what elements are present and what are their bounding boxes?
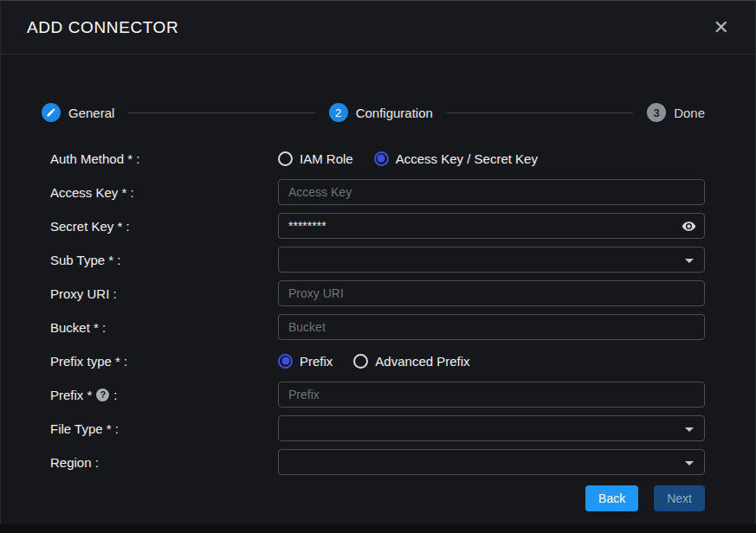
stepper-connector — [447, 112, 633, 113]
bucket-label: Bucket * : — [50, 320, 278, 335]
radio-access-key-secret-key[interactable]: Access Key / Secret Key — [374, 151, 538, 166]
auth-method-radio-group: IAM Role Access Key / Secret Key — [278, 151, 705, 166]
eye-icon[interactable] — [682, 219, 696, 234]
radio-icon — [278, 151, 293, 166]
radio-iam-role[interactable]: IAM Role — [278, 151, 353, 166]
radio-access-key-label: Access Key / Secret Key — [396, 151, 538, 166]
radio-icon — [353, 354, 368, 369]
step-done: 3 Done — [647, 103, 705, 122]
region-select[interactable] — [278, 449, 705, 475]
step-general[interactable]: General — [42, 103, 114, 122]
radio-advanced-prefix-label: Advanced Prefix — [375, 354, 469, 369]
bucket-row: Bucket * : — [50, 314, 705, 340]
access-key-row: Access Key * : — [50, 179, 705, 205]
access-key-label: Access Key * : — [50, 185, 278, 200]
connector-config-form: Auth Method * : IAM Role Access Key / Se… — [1, 145, 755, 475]
prefix-label: Prefix * ? : — [50, 388, 278, 402]
back-button[interactable]: Back — [585, 485, 638, 511]
step-number-badge: 3 — [647, 103, 666, 122]
chevron-down-icon — [685, 427, 694, 432]
prefix-type-radio-group: Prefix Advanced Prefix — [278, 354, 705, 369]
pencil-icon — [42, 103, 61, 122]
bucket-input[interactable] — [278, 314, 705, 340]
chevron-down-icon — [685, 461, 694, 466]
chevron-down-icon — [685, 259, 694, 263]
wizard-stepper: General 2 Configuration 3 Done — [42, 103, 705, 122]
step-number-badge: 2 — [329, 103, 348, 122]
modal-footer: Back Next — [1, 485, 755, 511]
auth-method-row: Auth Method * : IAM Role Access Key / Se… — [50, 145, 705, 171]
sub-type-label: Sub Type * : — [50, 253, 278, 267]
access-key-input[interactable] — [278, 179, 705, 205]
prefix-label-text: Prefix * — [50, 388, 92, 402]
prefix-type-label: Prefix type * : — [50, 354, 278, 369]
radio-icon — [374, 151, 389, 166]
radio-prefix-label: Prefix — [300, 354, 333, 369]
file-type-row: File Type * : — [50, 415, 705, 441]
region-row: Region : — [50, 449, 705, 475]
prefix-type-row: Prefix type * : Prefix Advanced Prefix — [50, 348, 705, 374]
file-type-select[interactable] — [278, 415, 705, 441]
file-type-label: File Type * : — [50, 421, 278, 436]
prefix-row: Prefix * ? : — [50, 382, 705, 408]
region-label: Region : — [50, 455, 278, 470]
secret-key-label: Secret Key * : — [50, 219, 278, 234]
proxy-uri-label: Proxy URI : — [50, 286, 278, 301]
prefix-input[interactable] — [278, 382, 705, 408]
sub-type-select[interactable] — [278, 247, 705, 273]
radio-prefix[interactable]: Prefix — [278, 354, 333, 369]
proxy-uri-input[interactable] — [278, 280, 705, 306]
secret-key-row: Secret Key * : — [50, 213, 705, 239]
step-general-label: General — [68, 106, 114, 120]
prefix-label-colon: : — [113, 388, 117, 402]
step-done-label: Done — [674, 106, 705, 120]
step-configuration-label: Configuration — [356, 106, 433, 120]
next-button[interactable]: Next — [654, 485, 705, 511]
auth-method-label: Auth Method * : — [50, 151, 278, 166]
step-configuration[interactable]: 2 Configuration — [329, 103, 433, 122]
modal-header: ADD CONNECTOR ✕ — [1, 1, 755, 55]
secret-key-input[interactable] — [278, 213, 705, 239]
sub-type-row: Sub Type * : — [50, 247, 705, 273]
close-icon[interactable]: ✕ — [710, 16, 733, 39]
help-icon[interactable]: ? — [96, 389, 109, 401]
modal-title: ADD CONNECTOR — [27, 18, 178, 37]
add-connector-modal: ADD CONNECTOR ✕ General 2 Configuration … — [0, 0, 756, 524]
stepper-connector — [128, 112, 314, 113]
radio-advanced-prefix[interactable]: Advanced Prefix — [353, 354, 469, 369]
radio-iam-role-label: IAM Role — [300, 151, 353, 166]
radio-icon — [278, 354, 293, 369]
proxy-uri-row: Proxy URI : — [50, 280, 705, 306]
